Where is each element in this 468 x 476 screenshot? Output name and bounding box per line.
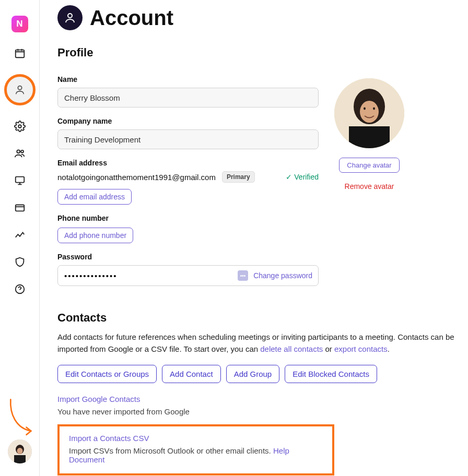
tutorial-arrow: [3, 397, 38, 438]
company-input[interactable]: [57, 129, 319, 149]
profile-section-title: Profile: [57, 46, 463, 59]
account-icon[interactable]: [4, 74, 36, 105]
contacts-desc-end: .: [388, 344, 390, 353]
svg-rect-16: [349, 126, 390, 148]
email-label: Email address: [57, 159, 319, 167]
svg-point-4: [21, 150, 24, 153]
delete-contacts-link[interactable]: delete all contacts: [260, 344, 323, 353]
change-password-link[interactable]: Change password: [253, 271, 312, 280]
account-header-icon: [57, 5, 83, 30]
user-avatar-small[interactable]: [8, 439, 32, 463]
email-row: notalotgoingonatthemoment1991@gmail.com …: [57, 171, 319, 183]
contacts-section-title: Contacts: [57, 311, 463, 325]
password-row: ••• Change password: [57, 265, 319, 286]
svg-point-17: [364, 108, 366, 110]
password-toggle-icon[interactable]: •••: [238, 270, 248, 281]
import-google-link[interactable]: Import Google Contacts: [57, 395, 140, 403]
primary-badge: Primary: [222, 171, 255, 183]
import-google-note: You have never imported from Google: [57, 407, 463, 416]
company-label: Company name: [57, 117, 319, 125]
add-group-button[interactable]: Add Group: [226, 365, 280, 383]
app-logo[interactable]: N: [11, 16, 28, 32]
email-value: notalotgoingonatthemoment1991@gmail.com: [57, 173, 216, 182]
avatar-panel: Change avatar Remove avatar: [334, 78, 404, 191]
name-input[interactable]: [57, 88, 319, 108]
remove-avatar-link[interactable]: Remove avatar: [345, 182, 394, 191]
name-label: Name: [57, 75, 319, 84]
svg-point-18: [373, 108, 375, 110]
password-label: Password: [57, 253, 319, 261]
export-contacts-link[interactable]: export contacts: [334, 344, 388, 353]
team-icon[interactable]: [14, 147, 26, 160]
verified-label: ✓ Verified: [286, 173, 319, 181]
import-csv-link[interactable]: Import a Contacts CSV: [69, 434, 149, 443]
page-header: Account: [57, 5, 463, 30]
contacts-desc-or: or: [325, 344, 335, 353]
page-title: Account: [90, 6, 173, 30]
monitor-icon[interactable]: [14, 174, 26, 187]
contacts-button-row: Edit Contacts or Groups Add Contact Add …: [57, 365, 463, 383]
svg-point-2: [18, 125, 21, 128]
svg-rect-11: [14, 455, 26, 463]
analytics-icon[interactable]: [14, 229, 26, 241]
import-google-section: Import Google Contacts You have never im…: [57, 395, 463, 416]
edit-blocked-button[interactable]: Edit Blocked Contacts: [285, 365, 377, 383]
import-csv-note-text: Import CSVs from Microsoft Outlook or ot…: [69, 446, 273, 455]
svg-point-12: [68, 14, 72, 18]
add-email-button[interactable]: Add email address: [57, 189, 132, 205]
add-contact-button[interactable]: Add Contact: [162, 365, 221, 383]
billing-icon[interactable]: [14, 201, 26, 214]
svg-point-10: [17, 448, 22, 454]
svg-point-3: [17, 150, 20, 153]
svg-rect-0: [15, 50, 24, 58]
profile-fields: Name Company name Email address notalotg…: [57, 66, 319, 286]
import-csv-highlight: Import a Contacts CSV Import CSVs from M…: [57, 424, 334, 475]
phone-label: Phone number: [57, 214, 319, 222]
settings-icon[interactable]: [14, 120, 26, 133]
security-icon[interactable]: [14, 256, 26, 268]
svg-rect-5: [15, 177, 24, 183]
svg-rect-6: [15, 205, 24, 211]
change-avatar-button[interactable]: Change avatar: [339, 158, 399, 173]
svg-point-1: [18, 86, 21, 90]
profile-layout: Name Company name Email address notalotg…: [57, 66, 463, 286]
contacts-description: Add contacts for future references when …: [57, 331, 454, 355]
edit-contacts-button[interactable]: Edit Contacts or Groups: [57, 365, 157, 383]
contacts-desc-1: Add contacts for future references when …: [57, 332, 454, 353]
logo-letter: N: [16, 19, 22, 29]
avatar-image: [334, 78, 404, 148]
svg-point-15: [360, 101, 379, 123]
help-icon[interactable]: [14, 283, 26, 295]
add-phone-button[interactable]: Add phone number: [57, 228, 133, 243]
calendar-icon[interactable]: [14, 47, 26, 59]
main-content: Account Profile Name Company name Email …: [57, 5, 463, 475]
import-csv-note: Import CSVs from Microsoft Outlook or ot…: [69, 446, 323, 464]
